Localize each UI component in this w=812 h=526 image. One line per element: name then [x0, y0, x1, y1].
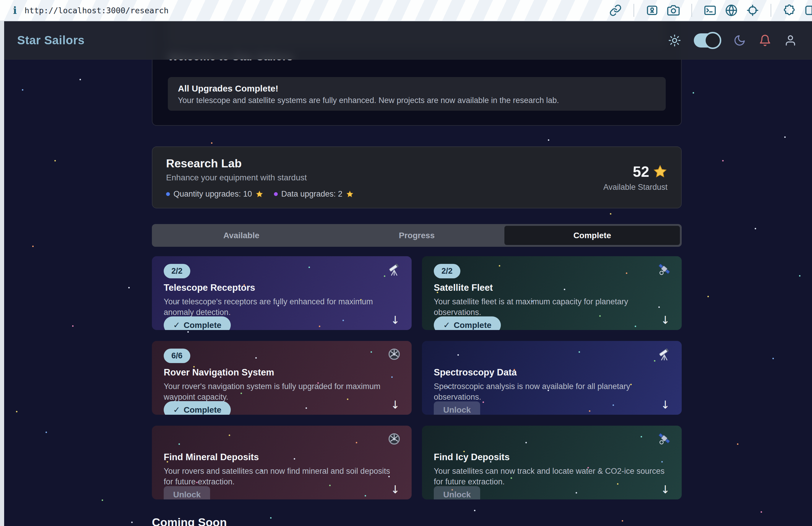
info-icon[interactable]: i	[13, 4, 17, 16]
star-icon	[653, 164, 667, 179]
research-lab-subtitle: Enhance your equipment with stardust	[166, 173, 354, 182]
star-icon	[346, 190, 354, 198]
project-description: Your telescope's receptors are fully enh…	[164, 296, 397, 318]
data-upgrades-text: Data upgrades: 2	[281, 190, 343, 199]
progress-badge: 6/6	[164, 349, 190, 363]
toolbar-separator	[771, 4, 771, 17]
project-title: Rover Navigation System	[164, 367, 400, 378]
upgrade-legend: Quantity upgrades: 10 Data upgrades: 2	[166, 190, 354, 199]
panel-icon[interactable]	[804, 4, 812, 16]
camera-icon[interactable]	[667, 4, 680, 16]
browser-address-bar: i http://localhost:3000/research	[0, 0, 812, 21]
progress-badge: 2/2	[164, 264, 190, 279]
tab-complete[interactable]: Complete	[504, 226, 680, 245]
progress-badge: 2/2	[434, 264, 460, 279]
coming-soon-heading: Coming Soon	[152, 516, 682, 526]
toolbar-separator	[692, 4, 692, 17]
quantity-upgrades-text: Quantity upgrades: 10	[173, 190, 252, 199]
complete-badge-button[interactable]: ✓ Complete	[434, 316, 501, 330]
banner-title: All Upgrades Complete!	[178, 84, 656, 93]
crosshair-icon[interactable]	[746, 4, 759, 16]
project-card-find-icy-deposits[interactable]: Find Icy Deposits Your satellites can no…	[422, 426, 682, 499]
quantity-upgrades-item: Quantity upgrades: 10	[166, 190, 263, 199]
complete-badge-button[interactable]: ✓ Complete	[164, 316, 231, 330]
app-header: Star Sailors	[4, 21, 812, 60]
bell-icon[interactable]	[759, 34, 771, 47]
window-edge	[0, 21, 4, 526]
puzzle-icon[interactable]	[783, 4, 795, 16]
project-card-find-mineral-deposits[interactable]: Find Mineral Deposits Your rovers and sa…	[152, 426, 411, 499]
project-card-telescope-receptors[interactable]: 2/2 Telescope Receptors Your telescope's…	[152, 256, 411, 330]
project-card-rover-navigation[interactable]: 6/6 Rover Navigation System Your rover's…	[152, 341, 411, 415]
project-title: Telescope Receptors	[164, 283, 400, 293]
theme-toggle[interactable]	[694, 33, 721, 47]
research-lab-title: Research Lab	[166, 157, 354, 170]
project-title: Spectroscopy Data	[434, 367, 670, 378]
scroll-down-icon[interactable]: ↓	[661, 314, 670, 327]
screen: i http://localhost:3000/research Welcome…	[0, 0, 812, 526]
header-actions	[668, 33, 797, 47]
research-lab-info: Research Lab Enhance your equipment with…	[166, 157, 354, 198]
project-title: Find Icy Deposits	[434, 452, 670, 463]
project-description: Spectroscopic analysis is now available …	[434, 381, 667, 402]
project-card-spectroscopy-data[interactable]: Spectroscopy Data Spectroscopic analysis…	[422, 341, 682, 415]
data-dot-icon	[274, 192, 278, 196]
toggle-knob	[704, 32, 721, 49]
project-description: Your satellite fleet is at maximum capac…	[434, 296, 667, 318]
data-upgrades-item: Data upgrades: 2	[274, 190, 354, 199]
unlock-button[interactable]: Unlock	[434, 486, 480, 499]
project-title: Find Mineral Deposits	[164, 452, 400, 463]
stardust-label: Available Stardust	[604, 183, 667, 192]
stardust-value: 52	[633, 163, 649, 180]
upgrades-complete-banner: All Upgrades Complete! Your telescope an…	[168, 77, 666, 111]
scroll-down-icon[interactable]: ↓	[661, 399, 670, 411]
check-icon: ✓	[173, 405, 180, 415]
scroll-down-icon[interactable]: ↓	[661, 483, 670, 496]
scroll-down-icon[interactable]: ↓	[391, 314, 400, 327]
project-card-satellite-fleet[interactable]: 2/2 Satellite Fleet Your satellite fleet…	[422, 256, 682, 330]
scroll-down-icon[interactable]: ↓	[391, 483, 400, 496]
unlock-button[interactable]: Unlock	[434, 402, 480, 415]
browser-toolbar	[609, 4, 812, 17]
link-icon[interactable]	[609, 4, 622, 16]
image-icon[interactable]	[646, 4, 658, 16]
scroll-down-icon[interactable]: ↓	[391, 399, 400, 411]
tab-available[interactable]: Available	[154, 226, 329, 245]
check-icon: ✓	[173, 320, 180, 330]
page-content: Welcome to Star Sailors All Upgrades Com…	[152, 0, 682, 526]
projects-tab-bar: Available Progress Complete	[152, 224, 682, 247]
unlock-button[interactable]: Unlock	[164, 486, 210, 499]
project-description: Your rovers and satellites can now find …	[164, 466, 397, 487]
user-icon[interactable]	[784, 34, 797, 47]
complete-badge-button[interactable]: ✓ Complete	[164, 401, 231, 415]
star-icon	[256, 190, 263, 198]
sun-icon	[668, 34, 681, 47]
projects-grid: 2/2 Telescope Receptors Your telescope's…	[152, 256, 682, 499]
project-description: Your satellites can now track and locate…	[434, 466, 667, 487]
research-lab-card: Research Lab Enhance your equipment with…	[152, 146, 682, 208]
check-icon: ✓	[443, 320, 450, 330]
terminal-icon[interactable]	[704, 4, 716, 16]
app-title: Star Sailors	[17, 34, 85, 47]
quantity-dot-icon	[166, 192, 170, 196]
project-title: Satellite Fleet	[434, 283, 670, 293]
stardust-summary: 52 Available Stardust	[604, 157, 667, 198]
moon-icon	[734, 34, 746, 47]
globe-icon[interactable]	[725, 4, 738, 16]
toolbar-separator	[634, 4, 634, 17]
tab-progress[interactable]: Progress	[329, 226, 505, 245]
project-description: Your rover's navigation system is fully …	[164, 381, 397, 402]
url-text[interactable]: http://localhost:3000/research	[25, 6, 169, 15]
banner-description: Your telescope and satellite systems are…	[178, 96, 656, 105]
